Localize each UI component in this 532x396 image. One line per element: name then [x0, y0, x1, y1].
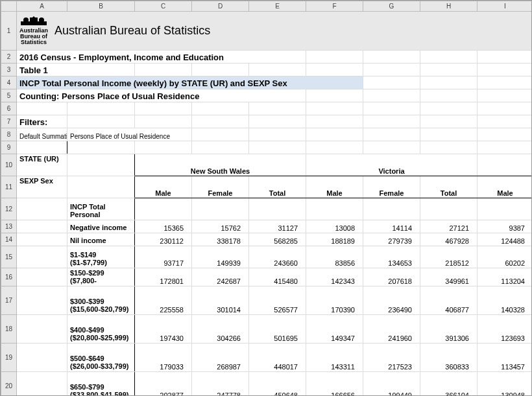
col-header-A[interactable]: A — [17, 1, 67, 12]
sex-head-0[interactable]: Male — [135, 176, 192, 198]
data-cell[interactable]: 391306 — [420, 315, 478, 344]
data-cell[interactable]: 406877 — [420, 286, 478, 315]
data-cell[interactable]: 60202 — [478, 246, 533, 268]
data-cell[interactable]: 268987 — [192, 344, 249, 372]
data-cell[interactable]: 207618 — [363, 268, 420, 286]
row-header-10[interactable]: 10 — [1, 154, 17, 176]
data-cell[interactable]: 27121 — [420, 220, 478, 233]
title-counting[interactable]: Counting: Persons Place of Usual Residen… — [17, 89, 306, 102]
data-cell[interactable]: 526577 — [249, 286, 306, 315]
data-cell[interactable]: 450648 — [249, 372, 306, 396]
row-header-9[interactable]: 9 — [1, 141, 17, 154]
sex-head-4[interactable]: Female — [363, 176, 420, 198]
data-cell[interactable]: 349961 — [420, 268, 478, 286]
data-cell[interactable]: 188189 — [306, 233, 363, 246]
col-header-B[interactable]: B — [67, 1, 135, 12]
data-cell[interactable]: 123693 — [478, 315, 533, 344]
data-cell[interactable]: 241960 — [363, 315, 420, 344]
select-all-corner[interactable] — [1, 1, 17, 12]
data-cell[interactable]: 467928 — [420, 233, 478, 246]
data-cell[interactable]: 360833 — [420, 344, 478, 372]
row-header-11[interactable]: 11 — [1, 176, 17, 198]
data-cell[interactable]: 415480 — [249, 268, 306, 286]
col-header-D[interactable]: D — [192, 1, 249, 12]
data-cell[interactable]: 15762 — [192, 220, 249, 233]
income-label[interactable]: $1-$149 ($1-$7,799) — [67, 246, 135, 268]
row-header-12[interactable]: 12 — [1, 198, 17, 220]
data-cell[interactable]: 218512 — [420, 246, 478, 268]
data-cell[interactable]: 142343 — [306, 268, 363, 286]
sex-head-6[interactable]: Male — [478, 176, 533, 198]
row-header-3[interactable]: 3 — [1, 64, 17, 76]
data-cell[interactable]: 172801 — [135, 268, 192, 286]
data-cell[interactable]: 143311 — [306, 344, 363, 372]
row-header-20[interactable]: 20 — [1, 372, 17, 396]
row-header-19[interactable]: 19 — [1, 344, 17, 372]
data-cell[interactable]: 225558 — [135, 286, 192, 315]
filter-a[interactable]: Default Summation — [17, 128, 67, 141]
banner-cell[interactable]: Australian Bureau of Statistics Australi… — [17, 12, 533, 51]
row-header-5[interactable]: 5 — [1, 89, 17, 102]
row-header-8[interactable]: 8 — [1, 128, 17, 141]
data-cell[interactable]: 15365 — [135, 220, 192, 233]
state-vic[interactable]: Victoria — [306, 154, 478, 176]
income-label[interactable]: $150-$299 ($7,800- — [67, 268, 135, 286]
data-cell[interactable]: 448017 — [249, 344, 306, 372]
data-cell[interactable]: 9387 — [478, 220, 533, 233]
data-cell[interactable]: 247778 — [192, 372, 249, 396]
title-incp[interactable]: INCP Total Personal Income (weekly) by S… — [17, 76, 363, 89]
sex-head-3[interactable]: Male — [306, 176, 363, 198]
data-cell[interactable]: 83856 — [306, 246, 363, 268]
income-label[interactable]: $650-$799 ($33,800-$41,599) — [67, 372, 135, 396]
data-cell[interactable]: 113204 — [478, 268, 533, 286]
data-cell[interactable]: 134653 — [363, 246, 420, 268]
sex-head-2[interactable]: Total — [249, 176, 306, 198]
income-label[interactable]: Negative income — [67, 220, 135, 233]
row-header-17[interactable]: 17 — [1, 286, 17, 315]
row-header-15[interactable]: 15 — [1, 246, 17, 268]
data-cell[interactable]: 501695 — [249, 315, 306, 344]
income-label[interactable]: $300-$399 ($15,600-$20,799) — [67, 286, 135, 315]
title-census[interactable]: 2016 Census - Employment, Income and Edu… — [17, 51, 306, 64]
data-cell[interactable]: 366104 — [420, 372, 478, 396]
row-header-6[interactable]: 6 — [1, 102, 17, 115]
row-header-4[interactable]: 4 — [1, 76, 17, 89]
title-table[interactable]: Table 1 — [17, 64, 135, 76]
col-header-C[interactable]: C — [135, 1, 192, 12]
data-cell[interactable]: 179033 — [135, 344, 192, 372]
data-cell[interactable]: 304266 — [192, 315, 249, 344]
data-cell[interactable]: 113457 — [478, 344, 533, 372]
incp-label[interactable]: INCP Total Personal — [67, 198, 135, 220]
data-cell[interactable]: 217523 — [363, 344, 420, 372]
sex-head-5[interactable]: Total — [420, 176, 478, 198]
data-cell[interactable]: 130948 — [478, 372, 533, 396]
data-cell[interactable]: 197430 — [135, 315, 192, 344]
row-header-2[interactable]: 2 — [1, 51, 17, 64]
data-cell[interactable]: 149939 — [192, 246, 249, 268]
data-cell[interactable]: 149347 — [306, 315, 363, 344]
row-header-7[interactable]: 7 — [1, 115, 17, 128]
income-label[interactable]: $500-$649 ($26,000-$33,799) — [67, 344, 135, 372]
data-cell[interactable]: 170390 — [306, 286, 363, 315]
data-cell[interactable]: 124488 — [478, 233, 533, 246]
col-header-F[interactable]: F — [306, 1, 363, 12]
data-cell[interactable]: 202877 — [135, 372, 192, 396]
data-cell[interactable]: 199449 — [363, 372, 420, 396]
data-cell[interactable]: 338178 — [192, 233, 249, 246]
data-cell[interactable]: 301014 — [192, 286, 249, 315]
data-cell[interactable]: 243660 — [249, 246, 306, 268]
row-header-13[interactable]: 13 — [1, 220, 17, 233]
data-cell[interactable]: 242687 — [192, 268, 249, 286]
data-cell[interactable]: 166656 — [306, 372, 363, 396]
row-header-16[interactable]: 16 — [1, 268, 17, 286]
data-cell[interactable]: 13008 — [306, 220, 363, 233]
data-cell[interactable]: 140328 — [478, 286, 533, 315]
data-cell[interactable]: 236490 — [363, 286, 420, 315]
data-cell[interactable]: 279739 — [363, 233, 420, 246]
col-header-H[interactable]: H — [420, 1, 478, 12]
sexp-label[interactable]: SEXP Sex — [17, 176, 67, 198]
col-header-I[interactable]: I — [478, 1, 533, 12]
data-cell[interactable]: 568285 — [249, 233, 306, 246]
col-header-E[interactable]: E — [249, 1, 306, 12]
row-header-18[interactable]: 18 — [1, 315, 17, 344]
